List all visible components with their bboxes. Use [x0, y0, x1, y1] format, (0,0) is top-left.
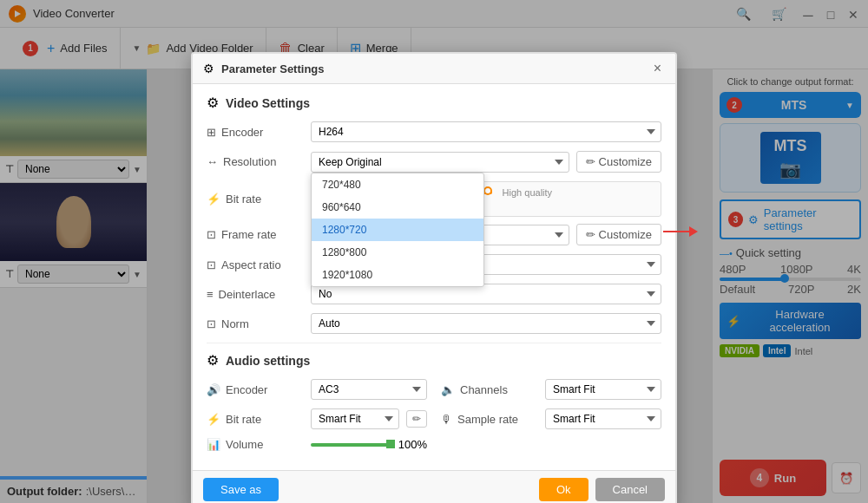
bitrate-label: ⚡ Bit rate	[207, 193, 311, 206]
footer-left: Save as	[203, 478, 279, 501]
audio-section-title: Audio settings	[226, 354, 310, 368]
norm-label: ⊡ Norm	[207, 317, 311, 330]
norm-select[interactable]: Auto	[311, 313, 661, 334]
resolution-customize-button[interactable]: ✏ Customize	[576, 151, 661, 173]
dialog-footer: Save as Ok Cancel	[193, 470, 675, 503]
dialog-body: ⚙ Video Settings ⊞ Encoder H264 ↔ Resolu…	[193, 84, 675, 470]
norm-icon: ⊡	[207, 317, 216, 330]
dropdown-item-1280x720[interactable]: 1280*720	[312, 219, 483, 241]
dropdown-item-1280x800[interactable]: 1280*800	[312, 241, 483, 264]
dropdown-item-1920x1080[interactable]: 1920*1080	[312, 264, 483, 286]
sample-rate-icon: 🎙	[441, 413, 452, 426]
deinterlace-icon: ≡	[207, 288, 214, 301]
parameter-settings-dialog: ⚙ Parameter Settings × ⚙ Video Settings …	[191, 52, 677, 503]
video-section-icon: ⚙	[207, 95, 219, 111]
volume-control: 100%	[311, 438, 427, 451]
resolution-row: ↔ Resolution Keep Original ✏ Customize 7…	[207, 151, 661, 173]
dialog-header: ⚙ Parameter Settings ×	[193, 54, 675, 84]
aspect-ratio-label: ⊡ Aspect ratio	[207, 258, 311, 271]
audio-encoder-row: 🔊 Encoder AC3	[207, 379, 427, 400]
cancel-button[interactable]: Cancel	[595, 478, 665, 501]
audio-right: 🔈 Channels Smart Fit 🎙 Sample rate	[441, 379, 661, 460]
arrow-line	[663, 231, 689, 232]
audio-encoder-select[interactable]: AC3	[311, 379, 427, 400]
encoder-select[interactable]: H264	[311, 121, 661, 142]
audio-left: 🔊 Encoder AC3 ⚡ Bit rate	[207, 379, 427, 460]
audio-fields-row: 🔊 Encoder AC3 ⚡ Bit rate	[207, 379, 661, 460]
volume-icon: 📊	[207, 438, 220, 451]
dropdown-item-960x640[interactable]: 960*640	[312, 196, 483, 219]
volume-row: 📊 Volume 100%	[207, 438, 427, 451]
dialog-header-icon: ⚙	[203, 62, 214, 75]
volume-label: 📊 Volume	[207, 438, 311, 451]
frame-rate-label: ⊡ Frame rate	[207, 228, 311, 241]
dialog-overlay: ⚙ Parameter Settings × ⚙ Video Settings …	[0, 0, 868, 503]
channels-icon: 🔈	[441, 383, 455, 396]
video-section-title: Video Settings	[226, 96, 310, 110]
divider	[207, 343, 661, 343]
channels-label: 🔈 Channels	[441, 383, 545, 396]
audio-bitrate-label: ⚡ Bit rate	[207, 413, 311, 426]
arrow-head	[689, 226, 698, 237]
volume-value: 100%	[398, 438, 427, 451]
channels-row: 🔈 Channels Smart Fit	[441, 379, 661, 400]
deinterlace-label: ≡ Deinterlace	[207, 288, 311, 301]
video-section-header: ⚙ Video Settings	[207, 95, 661, 111]
dropdown-item-720x480[interactable]: 720*480	[312, 173, 483, 196]
bitrate-icon: ⚡	[207, 193, 220, 206]
audio-bitrate-icon: ⚡	[207, 413, 220, 426]
audio-encoder-label: 🔊 Encoder	[207, 383, 311, 396]
ok-button[interactable]: Ok	[539, 478, 589, 501]
sample-rate-select[interactable]: Smart Fit	[545, 408, 661, 429]
dialog-title: Parameter Settings	[221, 62, 650, 75]
encoder-label: ⊞ Encoder	[207, 126, 311, 139]
channels-select[interactable]: Smart Fit	[545, 379, 661, 400]
norm-row: ⊡ Norm Auto	[207, 313, 661, 334]
volume-slider[interactable]	[311, 443, 391, 447]
save-as-button[interactable]: Save as	[203, 478, 279, 501]
resolution-label: ↔ Resolution	[207, 155, 311, 168]
resolution-label-icon: ↔	[207, 155, 218, 168]
encoder-row: ⊞ Encoder H264	[207, 121, 661, 142]
quality-label: High quality	[503, 187, 552, 198]
audio-bitrate-edit-button[interactable]: ✏	[406, 410, 427, 428]
audio-bitrate-select[interactable]: Smart Fit	[311, 408, 399, 429]
resolution-dropdown: 720*480 960*640 1280*720 1280*800 1920*1…	[311, 173, 484, 287]
frame-rate-customize-button[interactable]: ✏ Customize	[576, 224, 661, 245]
footer-right: Ok Cancel	[539, 478, 665, 501]
frame-rate-icon: ⊡	[207, 228, 216, 241]
audio-encoder-icon: 🔊	[207, 383, 220, 396]
encoder-label-icon: ⊞	[207, 126, 216, 139]
sample-rate-row: 🎙 Sample rate Smart Fit	[441, 408, 661, 429]
audio-section-header: ⚙ Audio settings	[207, 352, 661, 369]
frame-customize-icon: ✏	[586, 228, 595, 241]
customize-icon: ✏	[586, 155, 595, 168]
audio-section: ⚙ Audio settings 🔊 Encoder AC3	[207, 352, 661, 460]
resolution-select[interactable]: Keep Original	[311, 152, 569, 173]
sample-rate-label: 🎙 Sample rate	[441, 413, 545, 426]
dialog-close-button[interactable]: ×	[650, 61, 665, 76]
audio-bitrate-row: ⚡ Bit rate Smart Fit ✏	[207, 408, 427, 429]
arrow-indicator	[663, 226, 698, 237]
aspect-ratio-icon: ⊡	[207, 258, 216, 271]
volume-thumb	[386, 440, 395, 448]
audio-section-icon: ⚙	[207, 352, 219, 369]
bitrate-slider-thumb	[483, 186, 492, 195]
